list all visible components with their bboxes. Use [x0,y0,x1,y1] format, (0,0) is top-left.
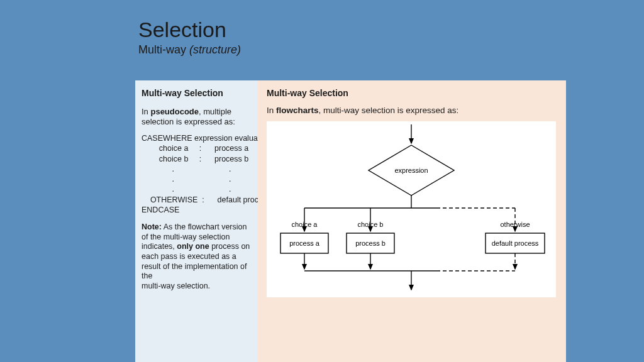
otherwise-label: otherwise [500,221,530,228]
pseudocode-intro: In pseudocode, multiple selection is exp… [142,107,252,128]
note-label: Note: [142,222,162,231]
expression-label: expression [394,167,428,174]
flowchart-panel: Multi-way Selection In flowcharts, multi… [258,80,566,362]
slide-header: Selection Multi-way (structure) [138,18,241,57]
fc-intro-bold: flowcharts [276,106,319,115]
content-columns: Multi-way Selection In pseudocode, multi… [135,80,566,362]
flowchart-heading: Multi-way Selection [267,88,557,98]
choice-b-label: choice b [358,221,384,228]
flowchart-diagram: expression choice a choice b otherwise [267,121,556,297]
note-bold: only one [177,242,209,251]
flowchart-svg: expression choice a choice b otherwise [267,121,556,297]
flowchart-intro: In flowcharts, multi-way selection is ex… [267,106,557,115]
slide-title: Selection [138,18,241,42]
choice-a-label: choice a [292,221,318,228]
note-tail: multi-way selection. [142,282,210,290]
pseudocode-block: CASEWHERE expression evaluates to choice… [142,133,252,215]
slide: Selection Multi-way (structure) Multi-wa… [0,0,644,362]
pseudocode-heading: Multi-way Selection [142,88,252,99]
slide-subtitle: Multi-way (structure) [138,43,241,57]
pseudocode-panel: Multi-way Selection In pseudocode, multi… [135,80,258,362]
process-b-label: process b [355,239,386,247]
process-a-label: process a [289,239,320,247]
fc-intro-post: , multi-way selection is expressed as: [319,106,459,115]
fc-intro-pre: In [267,106,276,115]
subtitle-paren: (structure) [189,43,241,56]
intro-pre: In [142,107,150,116]
note-block: Note: As the flowchart version of the mu… [142,222,252,291]
default-process-label: default process [492,239,539,247]
subtitle-main: Multi-way [138,43,189,56]
intro-bold: pseudocode [150,107,199,116]
